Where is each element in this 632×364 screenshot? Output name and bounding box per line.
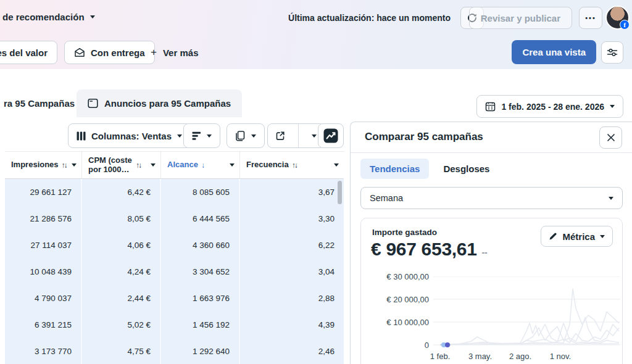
- date-range-selector[interactable]: 1 feb. 2025 - 28 ene. 2026: [476, 95, 623, 118]
- panel-header: Comparar 95 campañas: [351, 122, 632, 153]
- table-row[interactable]: 4 790 0372,44 €1 663 9762,88: [5, 285, 344, 312]
- comparison-panel: Comparar 95 campañas Tendencias Desglose…: [350, 122, 632, 364]
- chart-plot-area[interactable]: [433, 276, 620, 350]
- filter-bar: rmes del valor Con entrega + Ver más Cre…: [0, 35, 632, 69]
- table-cell: 3,04: [240, 259, 344, 285]
- column-header-reach[interactable]: Alcance ↓: [161, 152, 240, 178]
- tab-breakdowns[interactable]: Desgloses: [434, 159, 499, 179]
- chevron-down-icon: [177, 134, 182, 138]
- tab-trends[interactable]: Tendencias: [360, 159, 429, 179]
- granularity-select[interactable]: Semana: [360, 187, 623, 209]
- metric-edit-button[interactable]: Métrica: [541, 226, 613, 247]
- table-cell: 6,22: [240, 232, 344, 259]
- chevron-down-icon: [610, 105, 615, 108]
- column-header-cpm[interactable]: CPM (coste por 1000… ↑↓: [82, 152, 161, 178]
- top-header: de recomendación Última actualización: h…: [0, 0, 632, 69]
- more-options-button[interactable]: •••: [579, 7, 602, 29]
- x-axis-tick-label: 3 may.: [468, 352, 492, 361]
- table-cell: 4 790 037: [5, 285, 82, 312]
- header-row: de recomendación Última actualización: h…: [0, 0, 632, 35]
- table-cell: 6,42 €: [82, 179, 161, 205]
- filter-chip-value-reports[interactable]: rmes del valor: [0, 41, 57, 64]
- metrics-table: Impresiones ↑↓ CPM (coste por 1000… ↑↓ A…: [5, 151, 344, 364]
- breakdown-icon: [192, 131, 201, 141]
- column-header-impressions[interactable]: Impresiones ↑↓: [5, 152, 82, 178]
- table-row[interactable]: 6 391 2155,02 €1 456 1924,39: [5, 312, 344, 338]
- reports-dropdown[interactable]: [227, 123, 265, 148]
- filter-chip-delivery[interactable]: Con entrega: [64, 41, 155, 64]
- x-axis-tick-label: 1 nov.: [550, 352, 571, 361]
- column-header-frequency[interactable]: Frecuencia ↑↓: [240, 152, 344, 178]
- campaign-trend-line[interactable]: [440, 323, 619, 345]
- account-title: de recomendación: [2, 12, 85, 22]
- table-cell: 1 663 976: [161, 285, 240, 312]
- ellipsis-icon: •••: [585, 14, 596, 22]
- table-cell: 4,24 €: [82, 259, 161, 285]
- table-cell: 4,06 €: [82, 232, 161, 259]
- see-more-filters-button[interactable]: + Ver más: [144, 41, 204, 64]
- chevron-down-icon: [600, 235, 605, 238]
- export-button[interactable]: [268, 124, 293, 147]
- table-cell: 2,44 €: [82, 285, 161, 312]
- chevron-down-icon[interactable]: [151, 163, 156, 167]
- table-row[interactable]: 3 173 7704,75 €1 292 6402,46: [5, 338, 344, 364]
- table-cell: 2,88: [240, 285, 344, 312]
- window-icon: [88, 98, 98, 109]
- y-axis-tick-label: 0: [425, 341, 429, 350]
- tab-adsets-campaigns[interactable]: ra 95 Campañas: [0, 89, 86, 117]
- table-cell: 8,05 €: [82, 205, 161, 232]
- plus-icon: +: [151, 46, 157, 59]
- table-row[interactable]: 27 114 0374,06 €4 360 6606,22: [5, 232, 344, 259]
- table-scrollbar[interactable]: [338, 181, 342, 204]
- close-panel-button[interactable]: [599, 126, 622, 149]
- table-cell: 4 360 660: [161, 232, 240, 259]
- chevron-down-icon: [207, 134, 212, 138]
- table-row[interactable]: 10 048 4394,24 €3 304 6523,04: [5, 259, 344, 285]
- sort-desc-icon[interactable]: ↓: [201, 161, 204, 170]
- sort-icon[interactable]: ↑↓: [62, 161, 67, 170]
- sort-icon[interactable]: ↑↓: [292, 161, 297, 170]
- panel-tabs: Tendencias Desgloses: [360, 159, 499, 179]
- export-split-button: [267, 123, 325, 148]
- pencil-icon: [549, 232, 557, 241]
- metric-suffix: --: [482, 247, 488, 257]
- review-publish-button[interactable]: Revisar y publicar: [469, 7, 572, 29]
- data-point-dot[interactable]: [445, 342, 450, 347]
- chart-icon: [323, 128, 338, 143]
- columns-dropdown[interactable]: Columnas: Ventas: [68, 123, 191, 148]
- table-cell: 8 085 605: [161, 179, 240, 205]
- divider: [298, 124, 299, 147]
- charts-toggle-button[interactable]: [318, 123, 344, 148]
- chevron-down-icon[interactable]: [230, 163, 235, 167]
- table-cell: 4,39: [240, 312, 344, 338]
- metric-card: Importe gastado € 967 653,61 -- Métrica …: [360, 218, 623, 364]
- table-cell: 3 173 770: [5, 338, 82, 364]
- delivery-envelope-icon: [74, 48, 85, 57]
- chevron-down-icon[interactable]: [72, 163, 77, 167]
- table-cell: 2,46: [240, 338, 344, 364]
- chevron-down-icon: [609, 197, 613, 200]
- metric-value: € 967 653,61 --: [371, 239, 487, 260]
- ads-manager-screen: de recomendación Última actualización: h…: [0, 0, 632, 364]
- create-view-button[interactable]: Crea una vista: [512, 40, 596, 64]
- breakdown-dropdown[interactable]: [183, 123, 220, 148]
- reports-icon: [235, 131, 246, 141]
- tab-ads-campaigns[interactable]: Anuncios para 95 Campañas: [77, 89, 242, 117]
- account-selector[interactable]: de recomendación: [2, 12, 95, 22]
- facebook-badge-icon: f: [620, 20, 630, 30]
- view-settings-button[interactable]: [601, 41, 623, 64]
- sort-icon[interactable]: ↑↓: [136, 161, 141, 170]
- table-cell: 4,75 €: [82, 338, 161, 364]
- table-row[interactable]: 29 661 1276,42 €8 085 6053,67: [5, 179, 344, 205]
- table-cell: 27 114 037: [5, 232, 82, 259]
- calendar-icon: [485, 101, 496, 112]
- table-cell: 10 048 439: [5, 259, 82, 285]
- table-cell: 3,67: [240, 179, 344, 205]
- chevron-down-icon[interactable]: [334, 163, 339, 167]
- last-update-status: Última actualización: hace un momento: [288, 13, 451, 23]
- table-cell: 6 444 565: [161, 205, 240, 232]
- table-row[interactable]: 21 286 5768,05 €6 444 5653,30: [5, 205, 344, 232]
- avatar[interactable]: f: [605, 6, 630, 30]
- table-body: 29 661 1276,42 €8 085 6053,6721 286 5768…: [5, 179, 344, 364]
- chevron-down-icon: [251, 134, 256, 138]
